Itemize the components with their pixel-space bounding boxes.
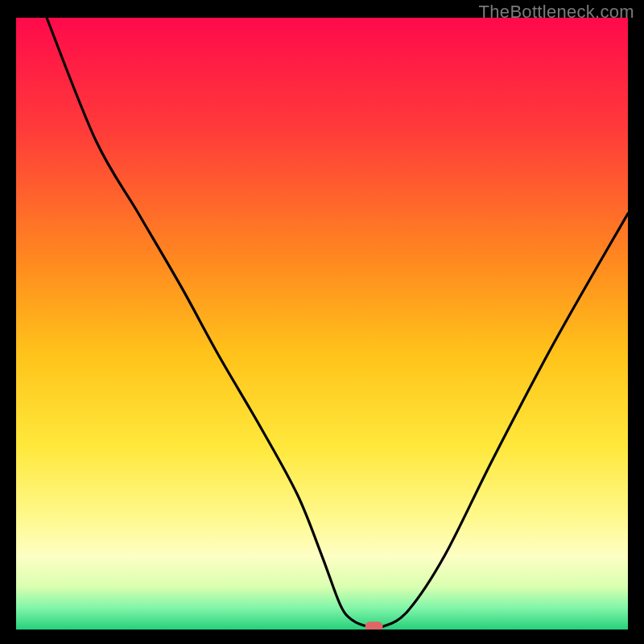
watermark-text: TheBottleneck.com <box>479 2 634 23</box>
plot-area <box>16 18 628 630</box>
optimum-marker <box>365 621 383 630</box>
gradient-background <box>16 18 628 630</box>
chart-svg <box>16 18 628 630</box>
chart-frame: TheBottleneck.com <box>0 0 644 644</box>
